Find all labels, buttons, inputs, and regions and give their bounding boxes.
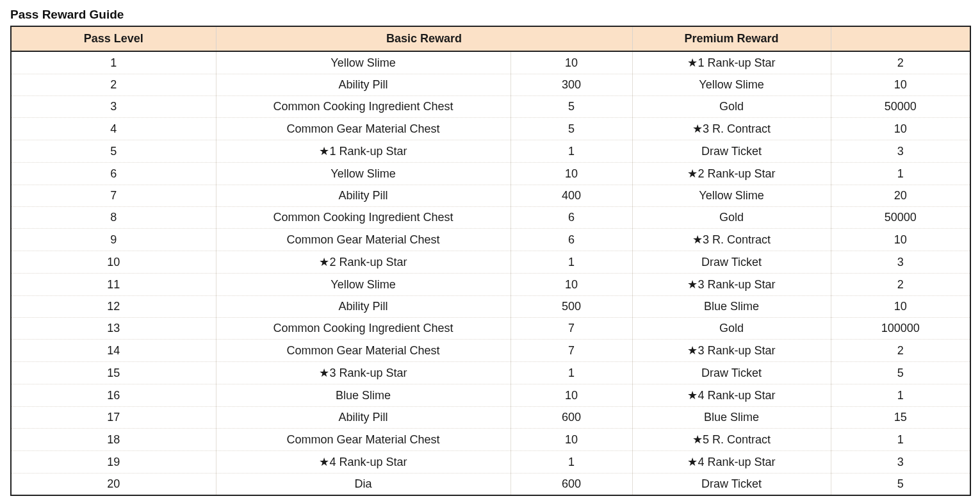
cell-premium-item: Blue Slime bbox=[632, 296, 831, 318]
cell-premium-qty: 20 bbox=[831, 185, 970, 207]
cell-level: 19 bbox=[11, 451, 216, 474]
cell-premium-item: ★4 Rank-up Star bbox=[632, 451, 831, 474]
cell-basic-qty: 10 bbox=[510, 429, 632, 451]
cell-premium-item: Gold bbox=[632, 207, 831, 229]
table-row: 6Yellow Slime10★2 Rank-up Star1 bbox=[11, 163, 970, 185]
cell-level: 14 bbox=[11, 340, 216, 362]
cell-level: 1 bbox=[11, 51, 216, 74]
cell-premium-qty: 3 bbox=[831, 251, 970, 274]
table-row: 2Ability Pill300Yellow Slime10 bbox=[11, 74, 970, 96]
cell-premium-qty: 15 bbox=[831, 407, 970, 429]
cell-basic-item: ★3 Rank-up Star bbox=[216, 362, 510, 384]
cell-premium-qty: 2 bbox=[831, 274, 970, 296]
cell-basic-item: Common Gear Material Chest bbox=[216, 429, 510, 451]
cell-premium-item: ★3 R. Contract bbox=[632, 229, 831, 251]
cell-basic-item: ★2 Rank-up Star bbox=[216, 251, 510, 274]
cell-basic-qty: 400 bbox=[510, 185, 632, 207]
cell-basic-qty: 1 bbox=[510, 251, 632, 274]
cell-basic-item: Ability Pill bbox=[216, 407, 510, 429]
cell-level: 16 bbox=[11, 384, 216, 407]
table-row: 4Common Gear Material Chest5★3 R. Contra… bbox=[11, 118, 970, 140]
cell-premium-qty: 100000 bbox=[831, 318, 970, 340]
header-pass-level: Pass Level bbox=[11, 26, 216, 51]
cell-premium-item: ★4 Rank-up Star bbox=[632, 384, 831, 407]
cell-premium-item: Draw Ticket bbox=[632, 140, 831, 163]
cell-level: 11 bbox=[11, 274, 216, 296]
table-row: 5★1 Rank-up Star1Draw Ticket3 bbox=[11, 140, 970, 163]
cell-basic-item: Ability Pill bbox=[216, 74, 510, 96]
cell-basic-item: Common Gear Material Chest bbox=[216, 229, 510, 251]
table-row: 12Ability Pill500Blue Slime10 bbox=[11, 296, 970, 318]
cell-basic-item: Common Cooking Ingredient Chest bbox=[216, 207, 510, 229]
table-row: 9Common Gear Material Chest6★3 R. Contra… bbox=[11, 229, 970, 251]
cell-basic-qty: 6 bbox=[510, 207, 632, 229]
table-row: 18Common Gear Material Chest10★5 R. Cont… bbox=[11, 429, 970, 451]
cell-basic-qty: 1 bbox=[510, 451, 632, 474]
page-title: Pass Reward Guide bbox=[10, 8, 970, 22]
cell-basic-item: Dia bbox=[216, 474, 510, 496]
cell-premium-qty: 3 bbox=[831, 451, 970, 474]
cell-basic-item: Common Gear Material Chest bbox=[216, 340, 510, 362]
cell-level: 4 bbox=[11, 118, 216, 140]
table-row: 1Yellow Slime10★1 Rank-up Star2 bbox=[11, 51, 970, 74]
cell-basic-item: ★4 Rank-up Star bbox=[216, 451, 510, 474]
cell-level: 17 bbox=[11, 407, 216, 429]
cell-basic-qty: 5 bbox=[510, 96, 632, 118]
table-row: 8Common Cooking Ingredient Chest6Gold500… bbox=[11, 207, 970, 229]
cell-premium-qty: 2 bbox=[831, 51, 970, 74]
cell-basic-qty: 10 bbox=[510, 163, 632, 185]
cell-basic-qty: 5 bbox=[510, 118, 632, 140]
cell-premium-qty: 1 bbox=[831, 429, 970, 451]
table-row: 17Ability Pill600Blue Slime15 bbox=[11, 407, 970, 429]
header-premium-reward: Premium Reward bbox=[632, 26, 831, 51]
cell-premium-qty: 3 bbox=[831, 140, 970, 163]
table-row: 10★2 Rank-up Star1Draw Ticket3 bbox=[11, 251, 970, 274]
cell-premium-item: Draw Ticket bbox=[632, 362, 831, 384]
table-row: 11Yellow Slime10★3 Rank-up Star2 bbox=[11, 274, 970, 296]
cell-premium-item: ★5 R. Contract bbox=[632, 429, 831, 451]
cell-level: 3 bbox=[11, 96, 216, 118]
cell-premium-item: ★3 R. Contract bbox=[632, 118, 831, 140]
cell-premium-item: ★2 Rank-up Star bbox=[632, 163, 831, 185]
cell-premium-item: ★1 Rank-up Star bbox=[632, 51, 831, 74]
cell-level: 6 bbox=[11, 163, 216, 185]
cell-basic-item: Blue Slime bbox=[216, 384, 510, 407]
cell-premium-item: Yellow Slime bbox=[632, 185, 831, 207]
cell-premium-qty: 5 bbox=[831, 474, 970, 496]
cell-basic-item: ★1 Rank-up Star bbox=[216, 140, 510, 163]
cell-premium-qty: 1 bbox=[831, 384, 970, 407]
cell-level: 13 bbox=[11, 318, 216, 340]
cell-premium-item: Blue Slime bbox=[632, 407, 831, 429]
table-row: 14Common Gear Material Chest7★3 Rank-up … bbox=[11, 340, 970, 362]
cell-level: 15 bbox=[11, 362, 216, 384]
cell-basic-qty: 7 bbox=[510, 318, 632, 340]
cell-level: 2 bbox=[11, 74, 216, 96]
cell-premium-qty: 50000 bbox=[831, 207, 970, 229]
cell-basic-qty: 10 bbox=[510, 384, 632, 407]
cell-level: 20 bbox=[11, 474, 216, 496]
cell-premium-item: Gold bbox=[632, 318, 831, 340]
cell-premium-qty: 10 bbox=[831, 229, 970, 251]
cell-level: 7 bbox=[11, 185, 216, 207]
cell-level: 5 bbox=[11, 140, 216, 163]
cell-basic-item: Yellow Slime bbox=[216, 51, 510, 74]
cell-premium-qty: 10 bbox=[831, 74, 970, 96]
cell-level: 8 bbox=[11, 207, 216, 229]
cell-level: 10 bbox=[11, 251, 216, 274]
cell-premium-item: ★3 Rank-up Star bbox=[632, 340, 831, 362]
table-row: 16Blue Slime10★4 Rank-up Star1 bbox=[11, 384, 970, 407]
cell-basic-qty: 7 bbox=[510, 340, 632, 362]
cell-level: 12 bbox=[11, 296, 216, 318]
cell-basic-item: Common Cooking Ingredient Chest bbox=[216, 318, 510, 340]
cell-basic-qty: 6 bbox=[510, 229, 632, 251]
cell-basic-qty: 1 bbox=[510, 140, 632, 163]
cell-premium-qty: 2 bbox=[831, 340, 970, 362]
cell-basic-qty: 500 bbox=[510, 296, 632, 318]
cell-premium-qty: 5 bbox=[831, 362, 970, 384]
cell-basic-item: Common Cooking Ingredient Chest bbox=[216, 96, 510, 118]
cell-premium-item: Yellow Slime bbox=[632, 74, 831, 96]
table-row: 13Common Cooking Ingredient Chest7Gold10… bbox=[11, 318, 970, 340]
table-row: 7Ability Pill400Yellow Slime20 bbox=[11, 185, 970, 207]
cell-basic-item: Yellow Slime bbox=[216, 163, 510, 185]
cell-premium-item: Draw Ticket bbox=[632, 474, 831, 496]
